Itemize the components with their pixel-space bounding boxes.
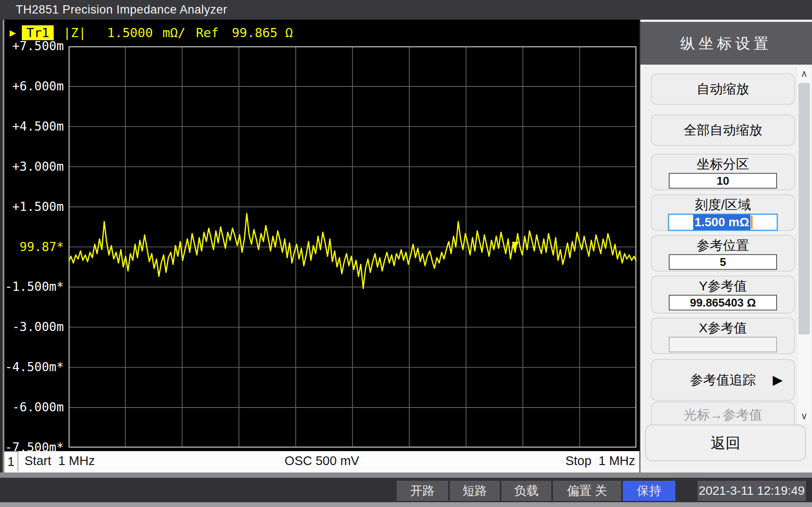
y-reference-label: Y参考值 xyxy=(652,279,794,293)
y-axis-tick-label: +6.000m xyxy=(3,80,64,93)
trace-info-bar: ▶ Tr1 |Z| 1.5000 mΩ/ Ref 99.865 Ω xyxy=(10,25,293,41)
scrollbar-thumb[interactable] xyxy=(798,83,810,335)
reference-tracking-label: 参考值追踪 xyxy=(690,372,756,387)
reference-position-label: 参考位置 xyxy=(652,238,794,253)
y-axis-tick-label: -3.000m xyxy=(3,321,64,334)
footer-strip xyxy=(0,502,812,507)
reference-position-group: 参考位置 5 xyxy=(651,235,795,272)
y-axis-tick-label: -6.000m xyxy=(3,401,64,414)
short-circuit-button[interactable]: 短路 xyxy=(450,481,500,501)
y-axis-settings-panel: 纵坐标设置 自动缩放 全部自动缩放 坐标分区 10 刻度/区域 1.500 mΩ… xyxy=(640,20,812,473)
divider xyxy=(0,473,812,478)
trace-parameter-label[interactable]: |Z| xyxy=(63,25,86,40)
x-reference-label: X参考值 xyxy=(652,321,794,335)
text-caret xyxy=(751,216,753,229)
x-reference-group: X参考值 xyxy=(651,317,795,354)
x-reference-input[interactable] xyxy=(669,337,777,352)
y-axis-labels: +7.500m+6.000m+4.500m+3.000m+1.500m99.87… xyxy=(4,46,65,448)
trace-scale-value: 1.5000 xyxy=(107,25,153,40)
scale-per-division-label: 刻度/区域 xyxy=(652,197,794,212)
y-axis-tick-label: 99.87* xyxy=(3,241,64,254)
return-button[interactable]: 返回 xyxy=(645,424,806,461)
trace-ref-value: 99.865 Ω xyxy=(232,25,293,40)
trace-ref-label: Ref xyxy=(196,25,218,40)
y-axis-tick-label: -4.500m* xyxy=(3,361,64,374)
osc-level-label: OSC 500 mV xyxy=(4,454,639,468)
divisions-label: 坐标分区 xyxy=(652,157,794,172)
instrument-screen: ▶ Tr1 |Z| 1.5000 mΩ/ Ref 99.865 Ω +7.500… xyxy=(4,20,639,473)
reference-position-input[interactable]: 5 xyxy=(669,254,777,270)
y-axis-tick-label: +1.500m xyxy=(3,200,64,214)
scale-per-division-input[interactable]: 1.500 mΩ xyxy=(668,214,778,231)
y-axis-tick-label: +3.000m xyxy=(3,160,64,173)
y-reference-group: Y参考值 99.865403 Ω xyxy=(651,276,795,314)
panel-title: 纵坐标设置 xyxy=(640,22,812,65)
submenu-arrow-icon: ▶ xyxy=(773,360,783,400)
x-axis-bar: 1 Start 1 MHz OSC 500 mV Stop 1 MHz xyxy=(4,451,639,473)
divisions-input[interactable]: 10 xyxy=(669,173,777,189)
hold-button[interactable]: 保持 xyxy=(623,481,675,501)
scroll-down-arrow-icon[interactable]: ∨ xyxy=(797,409,811,424)
divisions-group: 坐标分区 10 xyxy=(651,154,795,190)
autoscale-button[interactable]: 自动缩放 xyxy=(651,73,795,105)
status-bar: 开路短路负载偏置 关保持 2021-3-11 12:19:49 xyxy=(0,478,812,502)
status-button-group: 开路短路负载偏置 关保持 xyxy=(397,481,675,501)
load-button[interactable]: 负载 xyxy=(501,481,551,501)
datetime-display: 2021-3-11 12:19:49 xyxy=(698,481,806,501)
y-axis-tick-label: +7.500m xyxy=(3,40,64,53)
y-axis-tick-label: -1.500m* xyxy=(3,280,64,293)
trace-scale-unit: mΩ/ xyxy=(162,25,185,40)
active-trace-cursor-icon: ▶ xyxy=(10,27,16,39)
y-reference-input[interactable]: 99.865403 Ω xyxy=(669,295,777,310)
trace-plot xyxy=(69,46,636,448)
autoscale-all-button[interactable]: 全部自动缩放 xyxy=(651,114,795,146)
trace-name-badge[interactable]: Tr1 xyxy=(22,25,53,40)
scale-per-division-group: 刻度/区域 1.500 mΩ xyxy=(651,194,795,231)
reference-tracking-button[interactable]: 参考值追踪 ▶ xyxy=(651,359,795,401)
panel-scrollbar[interactable]: ∧ ∨ xyxy=(797,66,811,424)
window-title: TH2851 Precision Impedance Analyzer xyxy=(16,3,227,16)
title-bar: TH2851 Precision Impedance Analyzer xyxy=(0,0,812,20)
bias-off-button[interactable]: 偏置 关 xyxy=(553,481,621,501)
y-axis-tick-label: +4.500m xyxy=(3,120,64,133)
selected-input-text: 1.500 mΩ xyxy=(693,214,750,230)
scroll-up-arrow-icon[interactable]: ∧ xyxy=(797,66,811,81)
stop-frequency-label: Stop 1 MHz xyxy=(565,454,635,468)
open-circuit-button[interactable]: 开路 xyxy=(397,481,448,501)
